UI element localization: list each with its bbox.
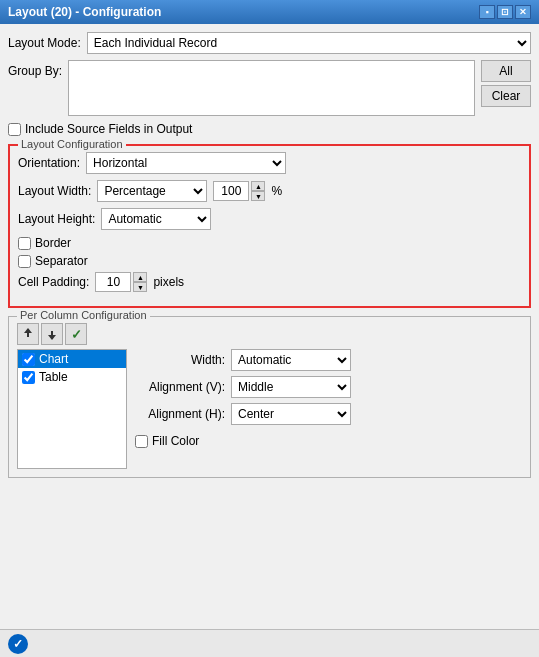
border-row: Border: [18, 236, 521, 250]
cell-padding-unit: pixels: [153, 275, 184, 289]
cell-padding-input[interactable]: [95, 272, 131, 292]
layout-configuration-section: Layout Configuration Orientation: Horizo…: [8, 144, 531, 308]
clear-button[interactable]: Clear: [481, 85, 531, 107]
include-source-checkbox[interactable]: [8, 123, 21, 136]
layout-width-input[interactable]: [213, 181, 249, 201]
layout-width-spinner: ▲ ▼: [213, 181, 265, 201]
all-button[interactable]: All: [481, 60, 531, 82]
layout-height-row: Layout Height: Automatic Fixed: [18, 208, 521, 230]
alignment-v-label: Alignment (V):: [135, 380, 225, 394]
move-up-button[interactable]: [17, 323, 39, 345]
close-button[interactable]: ✕: [515, 5, 531, 19]
check-icon: ✓: [71, 327, 82, 342]
cell-padding-spinner-buttons: ▲ ▼: [133, 272, 147, 292]
chart-label: Chart: [39, 352, 68, 366]
per-column-label: Per Column Configuration: [17, 309, 150, 321]
layout-height-select[interactable]: Automatic Fixed: [101, 208, 211, 230]
title-text: Layout (20) - Configuration: [8, 5, 161, 19]
width-row: Width: Automatic Fixed Percentage: [135, 349, 522, 371]
per-column-section: Per Column Configuration ✓: [8, 316, 531, 478]
layout-width-type-select[interactable]: Percentage Fixed Automatic: [97, 180, 207, 202]
group-by-label: Group By:: [8, 60, 62, 78]
layout-width-spinner-buttons: ▲ ▼: [251, 181, 265, 201]
pin-button[interactable]: ▪: [479, 5, 495, 19]
column-list[interactable]: Chart Table: [17, 349, 127, 469]
table-checkbox[interactable]: [22, 371, 35, 384]
list-item[interactable]: Chart: [18, 350, 126, 368]
svg-marker-1: [24, 328, 32, 333]
fill-color-row: Fill Color: [135, 434, 522, 448]
layout-width-label: Layout Width:: [18, 184, 91, 198]
fill-color-label: Fill Color: [152, 434, 199, 448]
separator-label: Separator: [35, 254, 88, 268]
group-by-textarea[interactable]: [68, 60, 475, 116]
layout-height-label: Layout Height:: [18, 212, 95, 226]
width-select[interactable]: Automatic Fixed Percentage: [231, 349, 351, 371]
bottom-bar: ✓: [0, 629, 539, 657]
move-up-icon: [22, 328, 34, 340]
alignment-h-label: Alignment (H):: [135, 407, 225, 421]
layout-mode-row: Layout Mode: Each Individual Record: [8, 32, 531, 54]
orientation-row: Orientation: Horizontal Vertical: [18, 152, 521, 174]
table-label: Table: [39, 370, 68, 384]
move-down-button[interactable]: [41, 323, 63, 345]
alignment-v-row: Alignment (V): Middle Top Bottom: [135, 376, 522, 398]
layout-width-row: Layout Width: Percentage Fixed Automatic…: [18, 180, 521, 202]
alignment-v-select[interactable]: Middle Top Bottom: [231, 376, 351, 398]
per-column-toolbar: ✓: [17, 323, 522, 345]
include-source-label: Include Source Fields in Output: [25, 122, 192, 136]
svg-marker-3: [48, 335, 56, 340]
alignment-h-row: Alignment (H): Center Left Right: [135, 403, 522, 425]
title-bar: Layout (20) - Configuration ▪ ⊡ ✕: [0, 0, 539, 24]
layout-configuration-label: Layout Configuration: [18, 138, 126, 150]
border-checkbox[interactable]: [18, 237, 31, 250]
cell-padding-row: Cell Padding: ▲ ▼ pixels: [18, 272, 521, 292]
list-item[interactable]: Table: [18, 368, 126, 386]
layout-mode-label: Layout Mode:: [8, 36, 81, 50]
per-column-body: Chart Table Width: Automatic Fixed Perce…: [17, 349, 522, 469]
cell-padding-label: Cell Padding:: [18, 275, 89, 289]
fill-color-checkbox[interactable]: [135, 435, 148, 448]
group-by-row: Group By: All Clear: [8, 60, 531, 116]
orientation-select[interactable]: Horizontal Vertical: [86, 152, 286, 174]
separator-checkbox[interactable]: [18, 255, 31, 268]
layout-width-unit: %: [271, 184, 282, 198]
move-down-icon: [46, 328, 58, 340]
cell-padding-spinner: ▲ ▼: [95, 272, 147, 292]
border-label: Border: [35, 236, 71, 250]
group-by-buttons: All Clear: [481, 60, 531, 107]
cell-padding-down-btn[interactable]: ▼: [133, 282, 147, 292]
alignment-h-select[interactable]: Center Left Right: [231, 403, 351, 425]
chart-checkbox[interactable]: [22, 353, 35, 366]
cell-padding-up-btn[interactable]: ▲: [133, 272, 147, 282]
width-prop-label: Width:: [135, 353, 225, 367]
float-button[interactable]: ⊡: [497, 5, 513, 19]
orientation-label: Orientation:: [18, 156, 80, 170]
column-props: Width: Automatic Fixed Percentage Alignm…: [135, 349, 522, 469]
include-source-row: Include Source Fields in Output: [8, 122, 531, 136]
separator-row: Separator: [18, 254, 521, 268]
layout-width-down-btn[interactable]: ▼: [251, 191, 265, 201]
title-bar-controls: ▪ ⊡ ✕: [479, 5, 531, 19]
ok-check: ✓: [13, 637, 23, 651]
layout-mode-select[interactable]: Each Individual Record: [87, 32, 531, 54]
main-content: Layout Mode: Each Individual Record Grou…: [0, 24, 539, 657]
ok-icon[interactable]: ✓: [8, 634, 28, 654]
check-button[interactable]: ✓: [65, 323, 87, 345]
layout-width-up-btn[interactable]: ▲: [251, 181, 265, 191]
